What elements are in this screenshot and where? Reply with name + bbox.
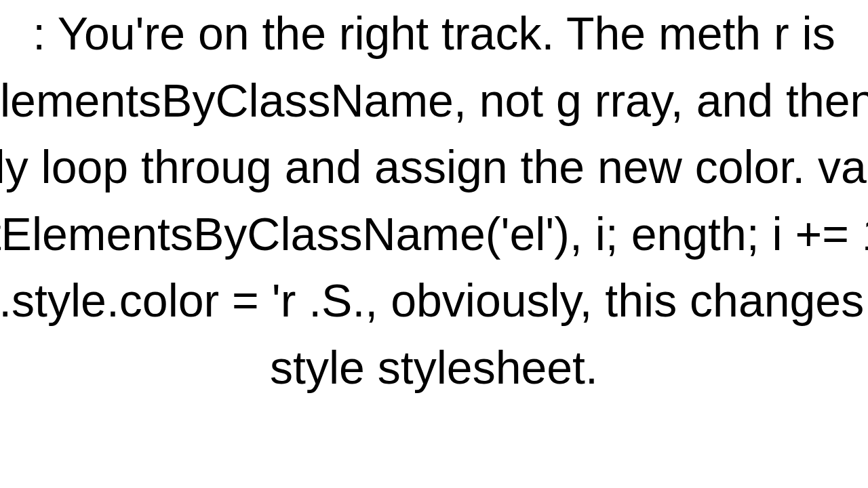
answer-body-text: : You're on the right track. The meth r … [0,0,868,401]
document-viewport: : You're on the right track. The meth r … [0,0,868,488]
